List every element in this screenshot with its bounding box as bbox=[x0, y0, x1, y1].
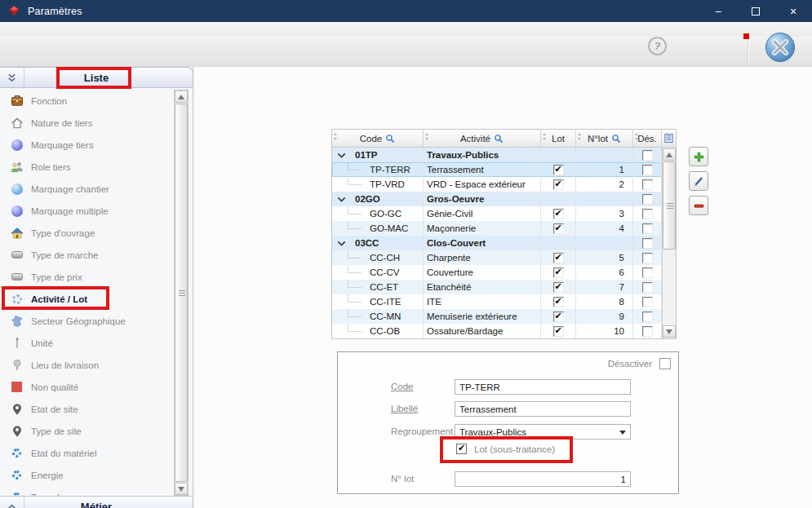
tree-connector bbox=[344, 177, 365, 192]
sidebar-item-energie[interactable]: Energie bbox=[0, 464, 173, 486]
sidebar-item-etat-du-mat-riel[interactable]: Etat du matériel bbox=[0, 442, 173, 464]
sidebar-item-lieu-de-livraison[interactable]: Lieu de livraison bbox=[0, 354, 173, 376]
lot-checkbox[interactable] bbox=[553, 179, 564, 190]
collapse-row-icon[interactable] bbox=[337, 195, 350, 204]
lot-checkbox[interactable] bbox=[553, 311, 564, 322]
expand-panel-button[interactable] bbox=[0, 497, 24, 508]
sidebar-item-type-de-site[interactable]: Type de site bbox=[0, 420, 173, 442]
sidebar-item-marquage-chantier[interactable]: Marquage chantier bbox=[0, 178, 173, 200]
delete-button[interactable] bbox=[689, 196, 708, 215]
sidebar-scrollbar[interactable] bbox=[174, 90, 189, 496]
lot-checkbox[interactable] bbox=[553, 326, 564, 337]
table-row-cc-ch[interactable]: CC-CHCharpente5 bbox=[332, 250, 662, 265]
sidebar-item-type-de-marche[interactable]: Type de marche bbox=[0, 244, 173, 266]
sidebar-item-marquage-multiple[interactable]: Marquage multiple bbox=[0, 200, 173, 222]
column-chooser-button[interactable] bbox=[662, 130, 675, 147]
table-row-01tp[interactable]: 01TPTravaux-Publics bbox=[332, 148, 662, 162]
table-row-cc-mn[interactable]: CC-MNMenuiserie extérieure9 bbox=[332, 309, 662, 324]
lot-checkbox[interactable] bbox=[553, 223, 564, 234]
table-row-go-mac[interactable]: GO-MACMaçonnerie4 bbox=[332, 221, 662, 236]
code-cell: TP-VRD bbox=[332, 177, 424, 192]
sidebar-item-type-d-ouvrage[interactable]: Type d'ouvrage bbox=[0, 222, 173, 244]
collapse-panel-button[interactable] bbox=[0, 68, 24, 87]
help-icon[interactable]: ? bbox=[646, 35, 668, 57]
table-scroll-thumb[interactable] bbox=[663, 161, 676, 250]
table-scrollbar[interactable] bbox=[662, 148, 676, 338]
sidebar-item-etat-de-site[interactable]: Etat de site bbox=[0, 398, 173, 420]
nlot-field[interactable] bbox=[455, 471, 631, 487]
sidebar-header-label[interactable]: Liste bbox=[24, 72, 193, 84]
lot-soustraitance-checkbox[interactable] bbox=[456, 444, 467, 454]
des-checkbox[interactable] bbox=[642, 282, 653, 293]
table-row-03cc[interactable]: 03CCClos-Couvert bbox=[332, 236, 662, 250]
lot-checkbox[interactable] bbox=[553, 253, 564, 263]
column-header-n-lot[interactable]: N°lot bbox=[576, 130, 633, 147]
sidebar-item-role-tiers[interactable]: Role tiers bbox=[0, 156, 173, 178]
des-checkbox[interactable] bbox=[642, 326, 653, 337]
sidebar-item-type-de[interactable]: Type de ... bbox=[0, 486, 173, 496]
des-checkbox[interactable] bbox=[642, 194, 653, 205]
column-header-lot[interactable]: Lot bbox=[541, 130, 576, 147]
sidebar-item-non-qualit[interactable]: Non qualité bbox=[0, 376, 173, 398]
scroll-down-icon[interactable] bbox=[175, 483, 188, 495]
lot-checkbox[interactable] bbox=[553, 165, 564, 175]
table-row-02go[interactable]: 02GOGros-Oeuvre bbox=[332, 192, 662, 206]
table-row-go-gc[interactable]: GO-GCGénie-Civil3 bbox=[332, 206, 662, 221]
collapse-row-icon[interactable] bbox=[337, 239, 350, 248]
regroupement-dropdown[interactable]: Travaux-Publics bbox=[455, 424, 631, 440]
regroupement-label: Regroupement bbox=[391, 426, 453, 436]
des-checkbox[interactable] bbox=[642, 150, 653, 161]
table-row-cc-ite[interactable]: CC-ITEITE8 bbox=[332, 294, 662, 309]
des-checkbox[interactable] bbox=[642, 179, 653, 190]
maximize-button[interactable] bbox=[737, 0, 774, 22]
close-button[interactable]: × bbox=[774, 0, 812, 22]
lot-checkbox[interactable] bbox=[553, 297, 564, 307]
scroll-up-icon[interactable] bbox=[175, 91, 188, 103]
code-cell: 01TP bbox=[332, 148, 424, 162]
des-checkbox[interactable] bbox=[642, 209, 653, 219]
table-scroll-down-icon[interactable] bbox=[663, 325, 676, 338]
column-header-activit[interactable]: Activité bbox=[424, 130, 541, 147]
table-row-tp-vrd[interactable]: TP-VRDVRD - Espace extérieur2 bbox=[332, 177, 662, 192]
sidebar-item-type-de-prix[interactable]: Type de prix bbox=[0, 266, 173, 288]
sidebar-item-unit[interactable]: Unité bbox=[0, 332, 173, 354]
sidebar-item-fonction[interactable]: Fonction bbox=[0, 90, 173, 112]
des-checkbox[interactable] bbox=[642, 311, 653, 322]
code-value: CC-ET bbox=[370, 282, 398, 292]
des-checkbox[interactable] bbox=[642, 253, 653, 263]
table-row-tp-terr[interactable]: TP-TERRTerrassement1 bbox=[332, 162, 662, 177]
table-row-cc-ob[interactable]: CC-OBOssature/Bardage10 bbox=[332, 324, 662, 338]
table-scroll-up-icon[interactable] bbox=[663, 148, 676, 161]
code-field[interactable] bbox=[455, 379, 631, 395]
sidebar-item-label: Type de prix bbox=[31, 272, 82, 282]
lot-checkbox[interactable] bbox=[553, 282, 564, 293]
nlot-cell: 6 bbox=[576, 265, 633, 280]
des-checkbox[interactable] bbox=[642, 223, 653, 234]
edit-button[interactable] bbox=[689, 171, 708, 191]
add-button[interactable] bbox=[689, 147, 708, 166]
lot-checkbox[interactable] bbox=[553, 209, 564, 219]
close-circle-button[interactable] bbox=[765, 32, 796, 63]
sidebar-item-label: Marquage tiers bbox=[31, 140, 94, 150]
lot-checkbox[interactable] bbox=[553, 267, 564, 278]
code-cell: GO-MAC bbox=[332, 221, 424, 236]
des-checkbox[interactable] bbox=[642, 267, 653, 278]
sidebar-footer-label[interactable]: Métier bbox=[24, 501, 193, 508]
sidebar-item-secteur-g-ographique[interactable]: Secteur Géographique bbox=[0, 310, 173, 332]
column-header-d-s[interactable]: Dés. bbox=[633, 130, 662, 147]
column-header-code[interactable]: Code bbox=[332, 130, 424, 147]
des-checkbox[interactable] bbox=[642, 165, 653, 175]
table-row-cc-et[interactable]: CC-ETEtanchéité7 bbox=[332, 280, 662, 294]
table-row-cc-cv[interactable]: CC-CVCouverture6 bbox=[332, 265, 662, 280]
sidebar-item-activit-lot[interactable]: Activité / Lot bbox=[0, 288, 173, 310]
sidebar-scroll-thumb[interactable] bbox=[175, 104, 188, 482]
des-cell bbox=[633, 177, 662, 192]
libelle-field[interactable] bbox=[455, 401, 631, 417]
des-checkbox[interactable] bbox=[642, 238, 653, 249]
minimize-button[interactable]: − bbox=[699, 0, 737, 22]
collapse-row-icon[interactable] bbox=[337, 151, 350, 160]
des-checkbox[interactable] bbox=[642, 297, 653, 307]
sidebar-item-nature-de-tiers[interactable]: Nature de tiers bbox=[0, 112, 173, 134]
deactivate-checkbox[interactable] bbox=[659, 358, 671, 369]
sidebar-item-marquage-tiers[interactable]: Marquage tiers bbox=[0, 134, 173, 156]
